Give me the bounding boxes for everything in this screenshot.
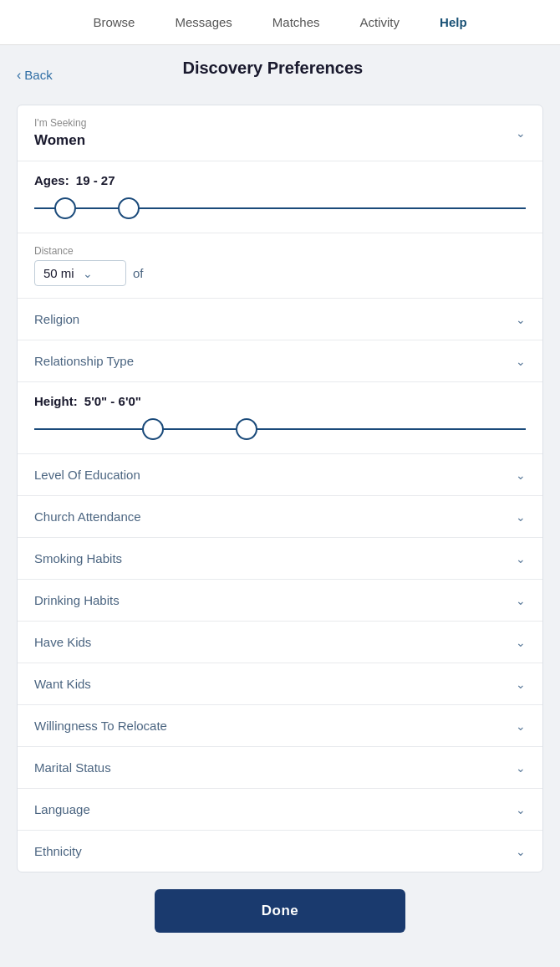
have-kids-row[interactable]: Have Kids ⌄ <box>18 622 542 663</box>
have-kids-chevron-icon: ⌄ <box>516 636 526 649</box>
ages-slider-track <box>34 207 526 209</box>
height-slider[interactable] <box>34 417 526 442</box>
religion-row[interactable]: Religion ⌄ <box>18 299 542 340</box>
want-kids-chevron-icon: ⌄ <box>516 678 526 691</box>
religion-label: Religion <box>34 312 79 326</box>
marital-status-chevron-icon: ⌄ <box>516 761 526 775</box>
seeking-row[interactable]: I'm Seeking Women ⌄ <box>18 105 542 161</box>
height-slider-track <box>34 428 526 430</box>
ages-label: Ages: 19 - 27 <box>34 173 526 187</box>
willingness-to-relocate-chevron-icon: ⌄ <box>516 719 526 733</box>
relationship-type-label: Relationship Type <box>34 354 134 368</box>
nav-browse[interactable]: Browse <box>93 15 135 29</box>
height-slider-thumb-left[interactable] <box>142 418 164 440</box>
willingness-to-relocate-label: Willingness To Relocate <box>34 719 167 733</box>
ages-slider-thumb-right[interactable] <box>118 197 140 219</box>
drinking-habits-label: Drinking Habits <box>34 593 120 607</box>
distance-row: Distance 50 mi ⌄ of <box>18 233 542 299</box>
distance-select[interactable]: 50 mi ⌄ <box>34 260 126 286</box>
religion-chevron-icon: ⌄ <box>516 313 526 326</box>
nav-help[interactable]: Help <box>440 15 467 29</box>
church-attendance-label: Church Attendance <box>34 509 141 524</box>
level-of-education-row[interactable]: Level Of Education ⌄ <box>18 454 542 496</box>
title-row: ‹ Back Discovery Preferences <box>17 59 543 91</box>
height-slider-thumb-right[interactable] <box>236 418 257 440</box>
drinking-habits-chevron-icon: ⌄ <box>516 594 526 607</box>
relationship-type-row[interactable]: Relationship Type ⌄ <box>18 340 542 382</box>
church-attendance-chevron-icon: ⌄ <box>516 510 526 524</box>
drinking-habits-row[interactable]: Drinking Habits ⌄ <box>18 580 542 622</box>
want-kids-label: Want Kids <box>34 677 91 691</box>
want-kids-row[interactable]: Want Kids ⌄ <box>18 663 542 705</box>
seeking-small-label: I'm Seeking <box>34 117 86 129</box>
ages-range: 19 - 27 <box>76 173 115 187</box>
ethnicity-label: Ethnicity <box>34 844 82 858</box>
language-label: Language <box>34 802 90 816</box>
distance-label: Distance <box>34 245 526 257</box>
marital-status-row[interactable]: Marital Status ⌄ <box>18 747 542 789</box>
top-navigation: Browse Messages Matches Activity Help <box>0 0 560 45</box>
back-button[interactable]: ‹ Back <box>17 68 53 83</box>
done-btn-container: Done <box>17 872 543 953</box>
nav-matches[interactable]: Matches <box>272 15 320 29</box>
language-row[interactable]: Language ⌄ <box>18 789 542 831</box>
nav-messages[interactable]: Messages <box>175 15 232 29</box>
smoking-habits-row[interactable]: Smoking Habits ⌄ <box>18 538 542 580</box>
distance-value-row: 50 mi ⌄ of <box>34 260 526 286</box>
preferences-card: I'm Seeking Women ⌄ Ages: 19 - 27 Distan… <box>17 105 543 872</box>
smoking-habits-label: Smoking Habits <box>34 551 122 565</box>
distance-value: 50 mi <box>43 266 74 280</box>
ages-label-text: Ages: <box>34 173 69 187</box>
height-label-text: Height: <box>34 394 78 408</box>
seeking-chevron-icon: ⌄ <box>516 126 526 140</box>
page-container: ‹ Back Discovery Preferences I'm Seeking… <box>0 45 560 966</box>
level-of-education-label: Level Of Education <box>34 468 140 482</box>
ethnicity-row[interactable]: Ethnicity ⌄ <box>18 831 542 872</box>
language-chevron-icon: ⌄ <box>516 803 526 816</box>
marital-status-label: Marital Status <box>34 760 111 775</box>
height-label: Height: 5'0" - 6'0" <box>34 394 526 408</box>
level-of-education-chevron-icon: ⌄ <box>516 468 526 482</box>
relationship-type-chevron-icon: ⌄ <box>516 355 526 368</box>
distance-of-text: of <box>133 266 144 280</box>
willingness-to-relocate-row[interactable]: Willingness To Relocate ⌄ <box>18 705 542 747</box>
height-row: Height: 5'0" - 6'0" <box>18 382 542 454</box>
ages-slider[interactable] <box>34 196 526 221</box>
back-label: Back <box>24 68 52 82</box>
height-range: 5'0" - 6'0" <box>84 394 141 408</box>
smoking-habits-chevron-icon: ⌄ <box>516 552 526 565</box>
chevron-left-icon: ‹ <box>17 68 21 83</box>
church-attendance-row[interactable]: Church Attendance ⌄ <box>18 496 542 538</box>
ages-slider-thumb-left[interactable] <box>54 197 76 219</box>
seeking-value: Women <box>34 132 86 149</box>
distance-chevron-icon: ⌄ <box>83 267 93 280</box>
ages-row: Ages: 19 - 27 <box>18 161 542 233</box>
ethnicity-chevron-icon: ⌄ <box>516 845 526 858</box>
done-button[interactable]: Done <box>155 889 405 933</box>
nav-activity[interactable]: Activity <box>360 15 400 29</box>
have-kids-label: Have Kids <box>34 635 91 649</box>
page-title: Discovery Preferences <box>53 59 493 78</box>
